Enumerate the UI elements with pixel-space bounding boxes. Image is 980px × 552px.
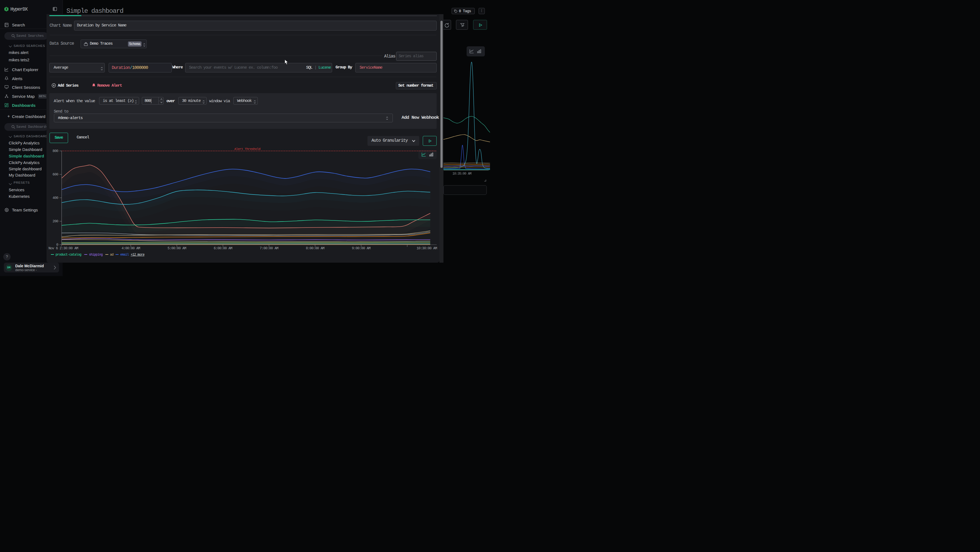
svg-text:8:00:00 AM: 8:00:00 AM	[306, 246, 324, 250]
svg-text:+12 more: +12 more	[130, 253, 145, 257]
svg-text:6:00:00 AM: 6:00:00 AM	[214, 246, 232, 250]
svg-text:200: 200	[52, 219, 58, 223]
svg-text:9:00:00 AM: 9:00:00 AM	[352, 246, 371, 250]
svg-text:Alert Threshold: Alert Threshold	[234, 147, 260, 151]
svg-text:product-catalog: product-catalog	[56, 253, 81, 257]
svg-text:7:00:00 AM: 7:00:00 AM	[260, 246, 278, 250]
svg-text:400: 400	[52, 196, 58, 200]
svg-text:email: email	[120, 253, 129, 257]
svg-text:ad: ad	[110, 253, 113, 257]
svg-text:600: 600	[52, 172, 58, 177]
svg-text:10:30:00 AM: 10:30:00 AM	[417, 246, 437, 250]
svg-text:shipping: shipping	[89, 253, 103, 257]
svg-text:5:00:00 AM: 5:00:00 AM	[168, 246, 186, 250]
svg-text:800: 800	[52, 149, 58, 153]
svg-text:4:00:00 AM: 4:00:00 AM	[121, 246, 140, 250]
svg-text:Nov 6 2:30:00 AM: Nov 6 2:30:00 AM	[48, 246, 78, 250]
